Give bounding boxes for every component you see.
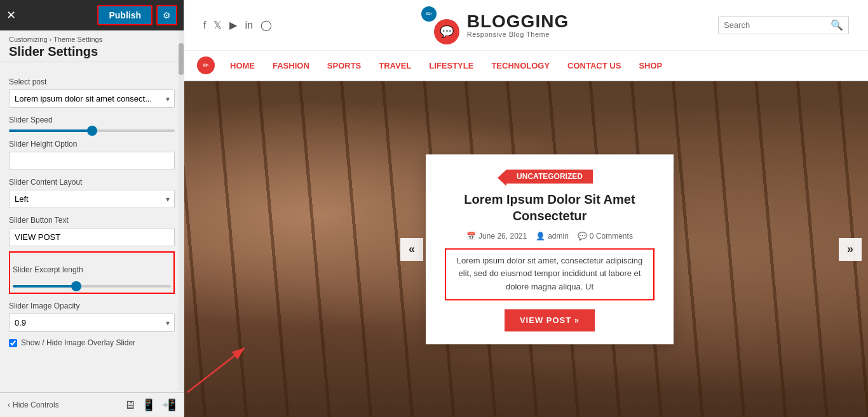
view-post-button[interactable]: VIEW POST » xyxy=(505,309,595,331)
site-nav: ✏ Home FASHION SPORTS TRAVEL LIFESTYLE T… xyxy=(184,51,868,81)
slider-opacity-wrapper: 0.9 xyxy=(9,314,175,332)
twitter-icon[interactable]: 𝕏 xyxy=(214,19,222,31)
post-comments-text: 0 Comments xyxy=(590,232,633,241)
pencil-icon-circle: ✏ xyxy=(421,6,437,22)
slider-excerpt-track[interactable] xyxy=(10,277,173,290)
slider-speed-track[interactable] xyxy=(9,129,175,132)
top-bar: ✕ Publish ⚙ xyxy=(0,0,184,30)
slider-opacity-label: Slider Image Opacity xyxy=(9,301,175,310)
close-button[interactable]: ✕ xyxy=(6,8,16,22)
slider-opacity-select[interactable]: 0.9 xyxy=(9,314,175,332)
slider-btn-text-label: Slider Button Text xyxy=(9,216,175,225)
overlay-checkbox-label: Show / Hide Image Overlay Slider xyxy=(21,338,135,347)
slider-height-label: Slider Height Option xyxy=(9,140,175,149)
comment-icon: 💬 xyxy=(578,232,587,241)
slider-excerpt-section: Slider Excerpt length xyxy=(9,251,175,294)
publish-button[interactable]: Publish xyxy=(97,5,153,25)
bottom-bar: ‹ Hide Controls 🖥 📱 📲 xyxy=(0,392,184,417)
slider-speed-label: Slider Speed xyxy=(9,116,175,124)
panel-title: Slider Settings xyxy=(9,44,175,59)
search-input[interactable] xyxy=(724,20,831,30)
post-excerpt: Lorem ipsum dolor sit amet, consectetur … xyxy=(445,248,654,300)
user-icon: 👤 xyxy=(536,232,545,241)
slider-layout-select[interactable]: Left xyxy=(9,190,175,208)
search-area[interactable]: 🔍 xyxy=(718,16,849,34)
instagram-icon[interactable]: ◯ xyxy=(261,19,272,31)
slider-layout-label: Slider Content Layout xyxy=(9,178,175,187)
linkedin-icon[interactable]: in xyxy=(245,20,252,31)
social-icons: f 𝕏 ▶ in ◯ xyxy=(203,19,272,31)
post-title: Lorem Ipsum Dolor Sit Amet Consectetur xyxy=(445,191,654,224)
uncategorized-badge: UNCATEGORIZED xyxy=(506,169,593,183)
post-comments: 💬 0 Comments xyxy=(578,232,633,241)
breadcrumb-customizing[interactable]: Customizing xyxy=(9,36,48,43)
post-date-text: June 26, 2021 xyxy=(478,232,527,241)
post-date: 📅 June 26, 2021 xyxy=(466,232,527,241)
hero-card: UNCATEGORIZED Lorem Ipsum Dolor Sit Amet… xyxy=(426,154,674,344)
panel-content[interactable]: Select post Lorem ipsum dolor sit amet c… xyxy=(0,62,184,392)
device-icons: 🖥 📱 📲 xyxy=(124,398,176,412)
category-badge: UNCATEGORIZED xyxy=(445,169,654,191)
overlay-checkbox-row[interactable]: Show / Hide Image Overlay Slider xyxy=(9,338,175,347)
hero-area: « UNCATEGORIZED Lorem Ipsum Dolor Sit Am… xyxy=(184,81,868,417)
youtube-icon[interactable]: ▶ xyxy=(229,19,237,31)
chevron-left-icon: ‹ xyxy=(8,400,10,409)
search-icon[interactable]: 🔍 xyxy=(831,19,843,31)
breadcrumb: Customizing › Theme Settings Slider Sett… xyxy=(0,30,184,62)
nav-edit-icon[interactable]: ✏ xyxy=(197,56,215,74)
select-post-wrapper: Lorem ipsum dolor sit amet consect... xyxy=(9,89,175,108)
hide-controls-label: Hide Controls xyxy=(13,400,59,409)
settings-button[interactable]: ⚙ xyxy=(156,5,177,25)
overlay-checkbox[interactable] xyxy=(9,339,17,347)
select-post-label: Select post xyxy=(9,77,175,86)
scrollbar-thumb[interactable] xyxy=(179,43,184,75)
slider-prev-button[interactable]: « xyxy=(400,238,423,261)
breadcrumb-section: Theme Settings xyxy=(53,36,102,43)
slider-btn-text-input[interactable] xyxy=(9,228,175,246)
nav-item-lifestyle[interactable]: LIFESTYLE xyxy=(421,61,481,70)
chat-icon-circle: 💬 xyxy=(434,19,459,44)
site-preview: f 𝕏 ▶ in ◯ ✏ 💬 BLOGGING Responsive Blog … xyxy=(184,0,868,417)
publish-area: Publish ⚙ xyxy=(97,5,177,25)
scrollbar-track xyxy=(179,30,184,390)
nav-item-technology[interactable]: TECHNOLOGY xyxy=(484,61,557,70)
post-meta: 📅 June 26, 2021 👤 admin 💬 0 Comments xyxy=(445,232,654,241)
select-post-input[interactable]: Lorem ipsum dolor sit amet consect... xyxy=(9,89,175,108)
nav-item-shop[interactable]: Shop xyxy=(631,61,670,70)
post-author: 👤 admin xyxy=(536,232,569,241)
facebook-icon[interactable]: f xyxy=(203,20,206,31)
calendar-icon: 📅 xyxy=(466,232,476,241)
slider-layout-wrapper: Left xyxy=(9,190,175,208)
slider-next-button[interactable]: » xyxy=(839,238,862,261)
customizer-panel: ✕ Publish ⚙ Customizing › Theme Settings… xyxy=(0,0,184,417)
mobile-icon[interactable]: 📲 xyxy=(162,398,176,412)
nav-item-home[interactable]: Home xyxy=(222,61,262,70)
slider-height-input[interactable] xyxy=(9,152,175,170)
logo-icon: ✏ 💬 xyxy=(421,6,459,44)
tablet-icon[interactable]: 📱 xyxy=(142,398,156,412)
hide-controls-button[interactable]: ‹ Hide Controls xyxy=(8,400,59,409)
nav-item-travel[interactable]: TRAVEL xyxy=(371,61,419,70)
nav-item-fashion[interactable]: FASHION xyxy=(265,61,317,70)
site-tagline: Responsive Blog Theme xyxy=(467,30,569,38)
site-title: BLOGGING xyxy=(467,13,569,30)
slider-excerpt-label: Slider Excerpt length xyxy=(10,265,173,274)
logo: ✏ 💬 BLOGGING Responsive Blog Theme xyxy=(421,6,569,44)
nav-item-contact[interactable]: CONTACT US xyxy=(560,61,628,70)
post-author-text: admin xyxy=(548,232,569,241)
site-header: f 𝕏 ▶ in ◯ ✏ 💬 BLOGGING Responsive Blog … xyxy=(184,0,868,51)
logo-text: BLOGGING Responsive Blog Theme xyxy=(467,13,569,38)
nav-item-sports[interactable]: SPORTS xyxy=(320,61,369,70)
desktop-icon[interactable]: 🖥 xyxy=(124,399,135,412)
